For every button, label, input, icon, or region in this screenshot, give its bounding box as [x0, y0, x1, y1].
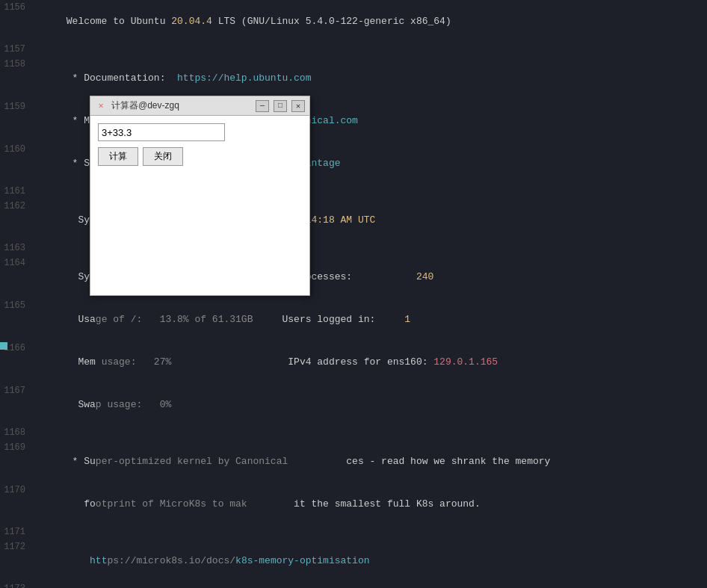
line-1173: 1173	[0, 582, 707, 588]
line-1169: 1169 * Super-optimized kernel by Canonic…	[0, 440, 707, 483]
line-1167: 1167 Swap usage: 0%	[0, 383, 707, 426]
calculator-titlebar[interactable]: ✕ 计算器@dev-zgq — □ ✕	[90, 96, 309, 116]
line-1165: 1165 Usage of /: 13.8% of 61.31GB Users …	[0, 298, 707, 341]
line-1166: 1166 Mem usage: 27% IPv4 address for ens…	[0, 341, 707, 383]
calculator-body: 计算 关闭	[90, 116, 309, 295]
line-1171: 1171	[0, 525, 707, 539]
calculator-title: 计算器@dev-zgq	[111, 99, 251, 112]
line-1168: 1168	[0, 426, 707, 440]
line-1172: 1172 https://microk8s.io/docs/k8s-memory…	[0, 539, 707, 582]
line-1156: 1156 Welcome to Ubuntu 20.04.4 LTS (GNU/…	[0, 0, 707, 43]
line-1158: 1158 * Documentation: https://help.ubunt…	[0, 57, 707, 99]
calculator-icon: ✕	[95, 100, 107, 112]
calculator-window: ✕ 计算器@dev-zgq — □ ✕ 计算 关闭	[90, 96, 310, 296]
line-1157: 1157	[0, 43, 707, 57]
line-1170: 1170 footprint of MicroK8s to mak it the…	[0, 483, 707, 525]
minimize-button[interactable]: —	[256, 100, 269, 112]
restore-button[interactable]: □	[274, 100, 287, 112]
calculator-input[interactable]	[98, 123, 225, 141]
close-button[interactable]: 关闭	[143, 147, 183, 166]
calculator-buttons: 计算 关闭	[98, 147, 302, 166]
calculate-button[interactable]: 计算	[98, 147, 138, 166]
close-window-button[interactable]: ✕	[291, 100, 305, 112]
